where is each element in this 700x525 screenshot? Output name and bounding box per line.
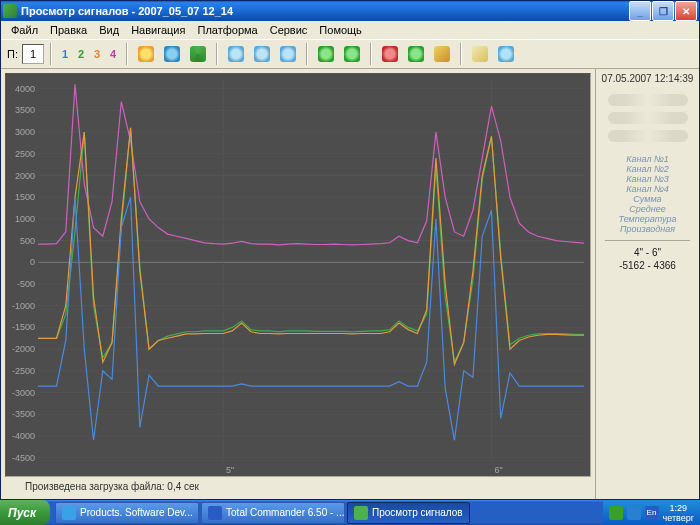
channel-3[interactable]: 3 [90,48,104,60]
tray-lang-icon[interactable]: En [645,506,659,520]
status-text: Произведена загрузка файла: 0,4 сек [25,481,199,492]
taskbar-item-2[interactable]: Просмотр сигналов [347,502,470,524]
tool-misc3-icon[interactable] [494,42,518,66]
menu-правка[interactable]: Правка [44,23,93,37]
svg-text:6": 6" [494,465,502,475]
side-link-7[interactable]: Производная [618,224,676,234]
minimize-button[interactable]: _ [629,1,651,21]
channel-4[interactable]: 4 [106,48,120,60]
zoom-out-icon[interactable] [250,42,274,66]
side-link-4[interactable]: Сумма [618,194,676,204]
svg-text:2000: 2000 [15,171,35,181]
channel-2[interactable]: 2 [74,48,88,60]
zoom-in-icon[interactable] [224,42,248,66]
system-tray[interactable]: En 1:29 четверг [603,500,701,525]
menu-навигация[interactable]: Навигация [125,23,191,37]
svg-text:0: 0 [30,257,35,267]
tray-clock[interactable]: 1:29 четверг [663,503,695,523]
tool-misc2-icon[interactable] [468,42,492,66]
svg-text:-2500: -2500 [12,366,35,376]
close-button[interactable]: ✕ [675,1,697,21]
menu-сервис[interactable]: Сервис [264,23,314,37]
record-stop-icon[interactable] [378,42,402,66]
taskbar-item-icon [354,506,368,520]
svg-text:-4000: -4000 [12,431,35,441]
app-icon [3,4,17,18]
side-link-3[interactable]: Канал №4 [618,184,676,194]
titlebar: Просмотр сигналов - 2007_05_07 12_14 _ ❐… [1,1,699,21]
svg-text:3500: 3500 [15,105,35,115]
start-button[interactable]: Пуск [0,500,50,525]
side-link-2[interactable]: Канал №3 [618,174,676,184]
toolbar: П: 1 1234 [1,39,699,69]
menu-помощь[interactable]: Помощь [313,23,368,37]
signal-chart[interactable]: 40003500300025002000150010005000-500-100… [5,73,591,477]
side-panel: 07.05.2007 12:14:39 Канал №1Канал №2Кана… [595,69,699,499]
p-label: П: [5,48,20,60]
app-window: Просмотр сигналов - 2007_05_07 12_14 _ ❐… [0,0,700,500]
svg-text:-4500: -4500 [12,453,35,463]
tray-icon-1[interactable] [609,506,623,520]
svg-text:5": 5" [226,465,234,475]
svg-text:2500: 2500 [15,149,35,159]
side-info1 [608,94,688,106]
range-2: -5162 - 4366 [619,260,676,271]
svg-text:-2000: -2000 [12,344,35,354]
nav-forward-icon[interactable] [340,42,364,66]
tool-misc1-icon[interactable] [430,42,454,66]
taskbar-item-icon [208,506,222,520]
content-area: 40003500300025002000150010005000-500-100… [1,69,699,499]
menubar: ФайлПравкаВидНавигацияПлатформаСервисПом… [1,21,699,39]
side-link-1[interactable]: Канал №2 [618,164,676,174]
tool-refresh-icon[interactable] [186,42,210,66]
svg-text:-1000: -1000 [12,301,35,311]
side-link-0[interactable]: Канал №1 [618,154,676,164]
taskbar: Пуск Products. Software Dev...Total Comm… [0,500,700,525]
svg-text:-500: -500 [17,279,35,289]
zoom-fit-icon[interactable] [276,42,300,66]
tool-globe-icon[interactable] [160,42,184,66]
side-link-6[interactable]: Температура [618,214,676,224]
svg-text:1500: 1500 [15,192,35,202]
tray-icon-2[interactable] [627,506,641,520]
svg-text:-3500: -3500 [12,409,35,419]
range-1: 4" - 6" [634,247,661,258]
side-info3 [608,130,688,142]
window-title: Просмотр сигналов - 2007_05_07 12_14 [21,5,233,17]
menu-файл[interactable]: Файл [5,23,44,37]
svg-text:500: 500 [20,236,35,246]
svg-text:-1500: -1500 [12,322,35,332]
channel-numbers: 1234 [58,48,120,60]
taskbar-item-1[interactable]: Total Commander 6.50 - ... [201,502,345,524]
svg-text:-3000: -3000 [12,388,35,398]
p-value-input[interactable]: 1 [22,44,44,64]
side-link-5[interactable]: Среднее [618,204,676,214]
add-icon[interactable] [404,42,428,66]
tool-sun-icon[interactable] [134,42,158,66]
svg-text:3000: 3000 [15,127,35,137]
menu-платформа[interactable]: Платформа [191,23,263,37]
taskbar-item-icon [62,506,76,520]
side-info2 [608,112,688,124]
status-bar: Произведена загрузка файла: 0,4 сек [5,477,591,495]
menu-вид[interactable]: Вид [93,23,125,37]
svg-text:1000: 1000 [15,214,35,224]
maximize-button[interactable]: ❐ [652,1,674,21]
channel-1[interactable]: 1 [58,48,72,60]
nav-back-icon[interactable] [314,42,338,66]
taskbar-item-0[interactable]: Products. Software Dev... [55,502,199,524]
chart-panel: 40003500300025002000150010005000-500-100… [1,69,595,499]
timestamp-label: 07.05.2007 12:14:39 [602,73,694,84]
svg-text:4000: 4000 [15,84,35,94]
